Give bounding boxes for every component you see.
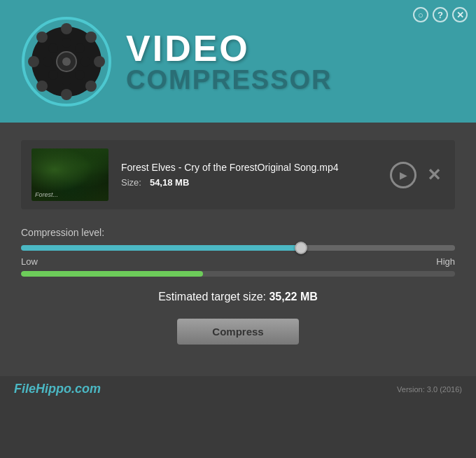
svg-point-19 — [48, 70, 58, 80]
svg-point-2 — [61, 23, 72, 34]
app-title-video: VIDEO — [126, 30, 250, 67]
svg-point-12 — [62, 38, 71, 48]
footer: FileHippo.com Version: 3.0 (2016) — [0, 376, 476, 402]
play-button[interactable]: ▶ — [390, 162, 416, 188]
file-size-label: Size: — [121, 177, 141, 188]
svg-point-13 — [62, 76, 71, 85]
svg-point-8 — [85, 32, 97, 43]
footer-brand: FileHippo.com — [14, 382, 101, 396]
svg-point-18 — [75, 43, 85, 53]
file-details: Forest Elves - Cry of the ForestOriginal… — [121, 162, 377, 188]
minimize-button[interactable]: ○ — [413, 7, 428, 22]
main-content: Forest... Forest Elves - Cry of the Fore… — [0, 123, 476, 376]
window-controls: ○ ? ✕ — [413, 7, 468, 22]
remove-button[interactable]: ✕ — [424, 165, 444, 186]
file-thumbnail: Forest... — [31, 148, 108, 201]
file-actions: ▶ ✕ — [390, 162, 444, 188]
compress-btn-row: Compress — [21, 319, 455, 345]
compress-button[interactable]: Compress — [177, 319, 298, 345]
svg-point-9 — [36, 81, 48, 92]
close-button[interactable]: ✕ — [452, 7, 468, 22]
compression-label: Compression level: — [21, 227, 455, 238]
svg-point-7 — [85, 81, 97, 92]
app-title-compressor: COMPRESSOR — [126, 67, 332, 93]
file-info-row: Forest... Forest Elves - Cry of the Fore… — [21, 140, 455, 209]
svg-point-11 — [62, 57, 71, 66]
footer-version: Version: 3.0 (2016) — [397, 385, 462, 394]
thumbnail-image: Forest... — [31, 148, 108, 201]
file-name: Forest Elves - Cry of the ForestOriginal… — [121, 162, 377, 173]
help-button[interactable]: ? — [433, 7, 448, 22]
slider-label-high: High — [436, 256, 455, 267]
svg-point-16 — [48, 43, 58, 53]
thumbnail-label: Forest... — [35, 191, 58, 198]
estimated-size: Estimated target size: 35,22 MB — [21, 291, 455, 303]
svg-point-14 — [43, 57, 52, 67]
green-bar-fill — [21, 271, 203, 277]
file-size-value: 54,18 MB — [150, 177, 189, 188]
slider-label-low: Low — [21, 256, 38, 267]
header: ○ ? ✕ — [0, 0, 476, 123]
estimated-label: Estimated target size: — [158, 291, 266, 303]
estimated-value: 35,22 MB — [269, 291, 317, 303]
compression-slider[interactable] — [21, 245, 455, 251]
slider-container — [21, 245, 455, 251]
slider-labels: Low High — [21, 256, 455, 267]
svg-point-15 — [80, 57, 90, 67]
svg-point-6 — [36, 32, 48, 43]
app-title: VIDEO COMPRESSOR — [126, 30, 332, 93]
green-progress-bar — [21, 271, 455, 277]
svg-point-17 — [75, 70, 85, 80]
app-logo — [21, 16, 112, 107]
compression-section: Compression level: Low High — [21, 227, 455, 277]
svg-point-5 — [94, 56, 105, 67]
svg-point-3 — [61, 89, 72, 100]
file-size-row: Size: 54,18 MB — [121, 177, 377, 188]
svg-point-4 — [28, 56, 39, 67]
